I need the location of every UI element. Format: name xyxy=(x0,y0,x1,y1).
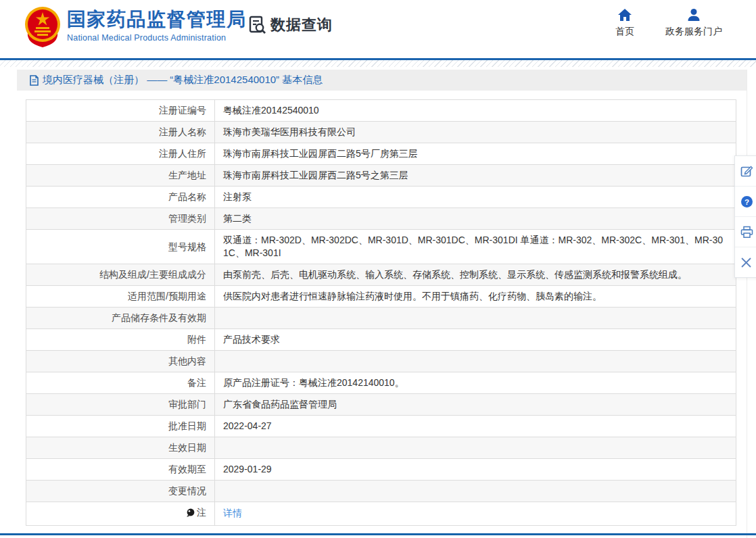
data-query-section[interactable]: 数据查询 xyxy=(247,15,333,35)
table-row: 备注 原产品注册证号：粤械注准20142140010。 xyxy=(26,372,736,394)
row-label: 产品储存条件及有效期 xyxy=(26,308,215,329)
row-label: 产品名称 xyxy=(26,187,215,208)
row-value: 原产品注册证号：粤械注准20142140010。 xyxy=(215,372,736,394)
top-nav: 首页 政务服务门户 xyxy=(615,8,722,38)
footer-divider-line xyxy=(0,533,756,535)
row-label: 附件 xyxy=(26,329,215,351)
row-label: 注册人名称 xyxy=(26,122,215,143)
registration-info-table: 注册证编号 粤械注准20142540010 注册人名称 珠海市美瑞华医用科技有限… xyxy=(26,99,736,526)
table-row: 注册人名称 珠海市美瑞华医用科技有限公司 xyxy=(26,122,736,143)
row-label: 生效日期 xyxy=(26,437,215,459)
row-value: 供医院内对患者进行恒速静脉输注药液时使用。不用于镇痛药、化疗药物、胰岛素的输注。 xyxy=(215,286,736,308)
org-name-cn: 国家药品监督管理局 xyxy=(67,9,247,30)
home-icon xyxy=(617,8,632,22)
toolbar-item-faq[interactable]: ? 常 xyxy=(735,186,756,216)
org-title-block: 国家药品监督管理局 National Medical Products Admi… xyxy=(67,9,247,43)
row-label: 批准日期 xyxy=(26,416,215,437)
doc-search-icon xyxy=(247,15,268,35)
row-label: 注册人住所 xyxy=(26,143,215,165)
toolbar-item-data-correction[interactable]: 数 xyxy=(735,156,756,186)
row-label: 有效期至 xyxy=(26,459,215,481)
table-row: 有效期至 2029-01-29 xyxy=(26,459,736,481)
row-value xyxy=(215,308,736,329)
page-header: 国家药品监督管理局 National Medical Products Admi… xyxy=(0,0,756,58)
row-label: 适用范围/预期用途 xyxy=(26,286,215,308)
nav-gov-portal[interactable]: 政务服务门户 xyxy=(665,8,722,38)
hatch-strip xyxy=(0,60,756,67)
row-label: 结构及组成/主要组成成分 xyxy=(26,264,215,286)
row-label: 备注 xyxy=(26,372,215,394)
toolbar-item-print[interactable]: 打 xyxy=(735,216,756,247)
table-row: 生产地址 珠海市南屏科技工业园屏西二路5号之第三层 xyxy=(26,165,736,187)
table-row: 管理类别 第二类 xyxy=(26,208,736,230)
table-row: 结构及组成/主要组成成分 由泵前壳、后壳、电机驱动系统、输入系统、存储系统、控制… xyxy=(26,264,736,286)
table-row: 适用范围/预期用途 供医院内对患者进行恒速静脉输注药液时使用。不用于镇痛药、化疗… xyxy=(26,286,736,308)
note-balloon-icon xyxy=(186,508,195,518)
table-row: 附件 产品技术要求 xyxy=(26,329,736,351)
table-row: 其他内容 xyxy=(26,351,736,372)
document-icon xyxy=(30,75,39,86)
toolbar-item-close[interactable]: 关 xyxy=(735,247,756,277)
row-value: 珠海市南屏科技工业园屏西二路5号厂房第三层 xyxy=(215,143,736,165)
nav-gov-portal-label: 政务服务门户 xyxy=(665,26,722,38)
close-icon xyxy=(740,257,752,268)
edit-icon xyxy=(740,165,753,178)
row-value: 2022-04-27 xyxy=(215,416,736,437)
row-value xyxy=(215,481,736,502)
row-value: 粤械注准20142540010 xyxy=(215,100,736,122)
national-emblem-icon xyxy=(22,5,63,49)
table-row: 变更情况 xyxy=(26,481,736,502)
table-row: 型号规格 双通道：MR-302D、MR-302DC、MR-301D、MR-301… xyxy=(26,230,736,264)
row-value: 广东省食品药品监督管理局 xyxy=(215,394,736,416)
note-label-group: 注 xyxy=(186,506,206,519)
row-value: 产品技术要求 xyxy=(215,329,736,351)
row-value xyxy=(215,351,736,372)
nav-home[interactable]: 首页 xyxy=(615,8,634,38)
row-value: 第二类 xyxy=(215,208,736,230)
org-name-en: National Medical Products Administration xyxy=(67,33,247,43)
row-label: 型号规格 xyxy=(26,230,215,264)
row-label: 生产地址 xyxy=(26,165,215,187)
table-row: 产品名称 注射泵 xyxy=(26,187,736,208)
floating-side-toolbar: 数 ? 常 打 关 xyxy=(734,155,756,278)
table-row: 批准日期 2022-04-27 xyxy=(26,416,736,437)
svg-text:?: ? xyxy=(745,197,749,205)
row-value: 珠海市美瑞华医用科技有限公司 xyxy=(215,122,736,143)
page-title-bar: 境内医疗器械（注册） —— “粤械注准20142540010” 基本信息 xyxy=(17,70,747,91)
data-query-title: 数据查询 xyxy=(270,15,333,35)
row-label: 变更情况 xyxy=(26,481,215,502)
row-label: 管理类别 xyxy=(26,208,215,230)
row-value: 由泵前壳、后壳、电机驱动系统、输入系统、存储系统、控制系统、显示系统、传感监测系… xyxy=(215,264,736,286)
content-panel: 境内医疗器械（注册） —— “粤械注准20142540010” 基本信息 注册证… xyxy=(17,70,747,538)
row-value: 注射泵 xyxy=(215,187,736,208)
row-label: 其他内容 xyxy=(26,351,215,372)
row-value: 珠海市南屏科技工业园屏西二路5号之第三层 xyxy=(215,165,736,187)
question-icon: ? xyxy=(740,195,753,208)
nmpa-emblem-logo[interactable] xyxy=(22,5,63,49)
table-row: 注册证编号 粤械注准20142540010 xyxy=(26,100,736,122)
table-row: 审批部门 广东省食品药品监督管理局 xyxy=(26,394,736,416)
print-icon xyxy=(740,226,753,239)
table-row: 注册人住所 珠海市南屏科技工业园屏西二路5号厂房第三层 xyxy=(26,143,736,165)
table-row: 生效日期 xyxy=(26,437,736,459)
note-details-link[interactable]: 详情 xyxy=(223,508,242,518)
row-value: 双通道：MR-302D、MR-302DC、MR-301D、MR-301DC、MR… xyxy=(215,230,736,264)
table-row: 产品储存条件及有效期 xyxy=(26,308,736,329)
row-value: 2029-01-29 xyxy=(215,459,736,481)
row-label: 注册证编号 xyxy=(26,100,215,122)
table-row: 注 详情 xyxy=(26,502,736,526)
row-value xyxy=(215,437,736,459)
nav-home-label: 首页 xyxy=(615,26,634,38)
row-label: 注 xyxy=(197,506,206,519)
row-label: 审批部门 xyxy=(26,394,215,416)
page-title: 境内医疗器械（注册） —— “粤械注准20142540010” 基本信息 xyxy=(43,74,323,87)
user-icon xyxy=(686,8,701,22)
